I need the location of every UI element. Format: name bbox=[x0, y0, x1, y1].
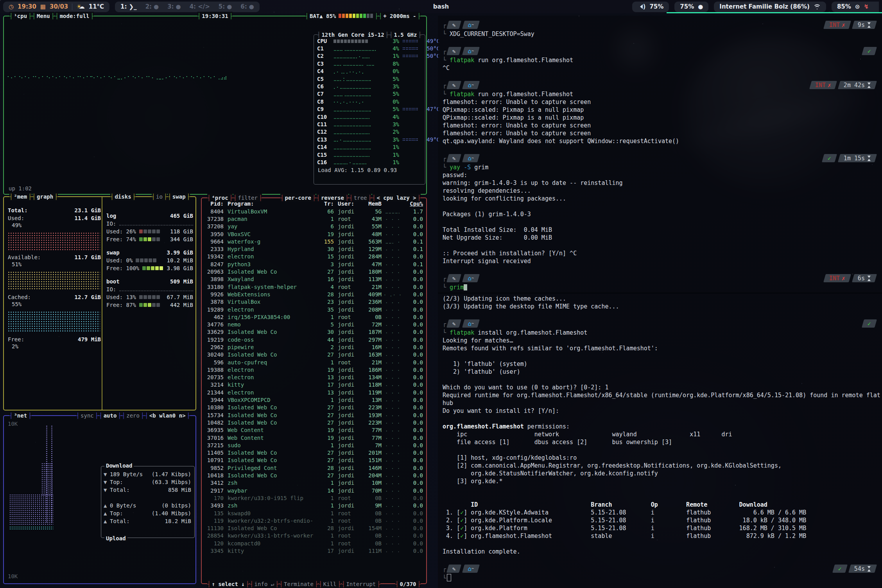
process-row-37215[interactable]: 37215sudo1jordi7M⠄ ⠄ ⠄0.0 bbox=[205, 441, 423, 449]
panel-tab-Interrupt[interactable]: ┤Interrupt├ bbox=[342, 580, 380, 588]
process-row-119[interactable]: 119kworker/u32:2-btrfs-endio-1root0B⠄ ⠄ … bbox=[205, 517, 423, 524]
panel-tab-tree[interactable]: ┤tree├ bbox=[349, 194, 371, 202]
process-row-10791[interactable]: 10791Isolated Web Co27jordi151M⠄ ⠄ ⠄0.0 bbox=[205, 457, 423, 464]
process-row-10482[interactable]: 10482Isolated Web Co27jordi223M⠄ ⠄ ⠄0.0 bbox=[205, 419, 423, 426]
process-row-462[interactable]: 462irq/156-PIXA3854:001root0B⠄ ⠄ ⠄0.0 bbox=[205, 313, 423, 321]
panel-tab--mem[interactable]: ┤²mem├ bbox=[9, 192, 32, 201]
process-row-37238[interactable]: 37238pacman1root43M⠄ ⠄ ⠄0.0 bbox=[205, 215, 423, 222]
process-row-9852[interactable]: 9852Privileged Cont28jordi146M⠄ ⠄ ⠄0.0 bbox=[205, 464, 423, 471]
process-row-33180[interactable]: 33180flatpak-system-helper4root21M⠄ ⠄ ⠄0… bbox=[205, 283, 423, 290]
panel-tab--net[interactable]: ┤³net├ bbox=[9, 411, 32, 419]
process-row-10418[interactable]: 10418Isolated Web Co27jordi204M⠄ ⠄ ⠄0.0 bbox=[205, 471, 423, 479]
kitty-terminal[interactable]: ┌✎⌂~INT✗9s└ XDG_CURRENT_DESKTOP=Sway┌✎⌂~… bbox=[438, 16, 882, 588]
process-row-10380[interactable]: 10380Isolated Web Co27jordi223M⠄ ⠄ ⠄0.0 bbox=[205, 404, 423, 411]
process-row-11405[interactable]: 11405Isolated Web Co27jordi201M⠄ ⠄ ⠄0.0 bbox=[205, 449, 423, 457]
net-scale-bottom: 10K bbox=[8, 573, 18, 579]
process-row-3412[interactable]: 3412zsh1jordi10M⠄ ⠄ ⠄0.0 bbox=[205, 479, 423, 487]
process-row-19219[interactable]: 19219code-oss44jordi297M⠄ ⠄ ⠄0.0 bbox=[205, 336, 423, 343]
process-row-9926[interactable]: 9926WebExtensions28jordi409M⠄ ⡀⠄ ⠄0.0 bbox=[205, 290, 423, 298]
panel-tab-sync[interactable]: ┤sync├ bbox=[76, 411, 99, 419]
load-average: Load AVG: 1.15 0.89 0.93 bbox=[314, 166, 425, 173]
terminal-line: 1) 'flathub' (system) bbox=[443, 360, 882, 368]
panel-tab-zero[interactable]: ┤zero├ bbox=[122, 411, 144, 419]
panel-tab-reverse[interactable]: ┤reverse├ bbox=[316, 194, 348, 202]
panel-tab-auto[interactable]: ┤auto├ bbox=[99, 411, 121, 419]
panel-tab-swap[interactable]: ┤swap├ bbox=[168, 192, 190, 201]
process-row-30240[interactable]: 30240Isolated Web Co27jordi163M⠄ ⠄ ⠄0.0 bbox=[205, 351, 423, 359]
process-row-19289[interactable]: 19289electron35jordi208M⠄ ⠄ ⠄0.0 bbox=[205, 306, 423, 313]
process-row-11130[interactable]: 11130Isolated Web Co28jordi154M⠄ ⠄ ⠄0.0 bbox=[205, 524, 423, 532]
process-row-3878[interactable]: 3878VirtualBox23jordi236M⠄ ⠄ ⠄0.0 bbox=[205, 298, 423, 306]
clock-date-weather-pill[interactable]: ◷ 19:30 ▦ 30/03 ☀☁ 11°C bbox=[3, 2, 109, 12]
process-row-3950[interactable]: 3950VBoxSVC19jordi48M⠄ ⠄ ⠄0.0 bbox=[205, 230, 423, 238]
process-row-37016[interactable]: 37016Web Content19jordi77M⠄ ⠄ ⠄0.0 bbox=[205, 434, 423, 441]
process-row-19342[interactable]: 19342electron15jordi284M⠄ ⠄ ⠄0.0 bbox=[205, 253, 423, 260]
process-row-20735[interactable]: 20735electron13jordi134M⠄ ⠄ ⠄0.0 bbox=[205, 374, 423, 381]
panel-tab-Kill[interactable]: ┤Kill├ bbox=[319, 580, 341, 588]
workspace-5[interactable]: 5:● bbox=[219, 3, 232, 10]
process-row-33629[interactable]: 33629Isolated Web Co30jordi187M⠄ ⠄ ⠄0.0 bbox=[205, 328, 423, 336]
panel-tab-Menu[interactable]: ┤Menu├ bbox=[32, 12, 55, 20]
core-row-C9: C9⣀⣀⣀⣀⣀⣀⣀⣀⣀⣀⣀⣀5%∷∷∷∷∷47°C bbox=[317, 106, 422, 113]
process-row-34776[interactable]: 34776nemo5jordi72M⠄ ⠄ ⠄0.0 bbox=[205, 321, 423, 328]
battery-pill[interactable]: 85% ⊙ ↯ bbox=[832, 2, 879, 12]
disk-usage-row: Free: 87%442 MiB bbox=[106, 301, 193, 309]
terminal-line: Required runtime for org.flameshot.Flame… bbox=[443, 391, 882, 399]
panel-tab-io[interactable]: ┤io├ bbox=[152, 192, 167, 201]
process-row-20963[interactable]: 20963Isolated Web Co27jordi180M⠄ ⠄ ⠄0.0 bbox=[205, 268, 423, 275]
btop-monitor[interactable]: ┤¹cpu├┤Menu├┤mode:full├ ┤19:30:31├ ┤BAT▲… bbox=[3, 16, 427, 585]
process-row-28854[interactable]: 28854kworker/u33:1-btrfs-worker1root0B⠄ … bbox=[205, 532, 423, 540]
process-row-9664[interactable]: 9664waterfox-g155jordi563M⣀⣀⡀ ⠄0.1 bbox=[205, 238, 423, 245]
panel-tab-info-[interactable]: ┤info ↵├ bbox=[250, 580, 278, 588]
process-row-15734[interactable]: 15734Isolated Web Co27jordi193M⠄ ⠄ ⠄0.0 bbox=[205, 411, 423, 419]
process-row-170[interactable]: 170kworker/u33:0-i915_flip1root0B⠄ ⠄ ⠄0.… bbox=[205, 494, 423, 502]
volume-pill[interactable]: ) 75% bbox=[632, 2, 669, 12]
workspace-3[interactable]: 3:● bbox=[167, 3, 181, 10]
edit-pencil-icon: ✎ bbox=[446, 81, 461, 89]
workspace-1[interactable]: 1:❯_ bbox=[120, 3, 137, 10]
workspace-6[interactable]: 6:● bbox=[240, 3, 254, 10]
process-row-2917[interactable]: 2917waybar14jordi70M⠄ ⠄ ⠄0.0 bbox=[205, 487, 423, 494]
panel-tab--b-wlan0-n-[interactable]: ┤<b wlan0 n>├ bbox=[145, 411, 190, 419]
panel-tab--select-[interactable]: ┤↑ select ↓├ bbox=[207, 580, 249, 588]
process-row-8247[interactable]: 8247python33jordi47M⠄ ⠄ ⠄0.1 bbox=[205, 260, 423, 268]
panel-tab-disks[interactable]: ┤disks├ bbox=[110, 192, 136, 201]
mem-row-Total: Total:23.1 GiB bbox=[8, 206, 101, 214]
panel-tab-filter[interactable]: ┤filter├ bbox=[233, 194, 262, 202]
panel-tab-per-core[interactable]: ┤per-core├ bbox=[280, 194, 316, 202]
cpu-frequency: ┤1.5 GHz├ bbox=[389, 30, 421, 39]
process-row-596[interactable]: 596auto-cpufreq1root21M⠄ ⠄ ⠄0.0 bbox=[205, 359, 423, 366]
process-row-37208[interactable]: 37208yay6jordi55M⠄ ⠄ ⠄0.0 bbox=[205, 223, 423, 230]
panel-tab-Terminate[interactable]: ┤Terminate├ bbox=[280, 580, 318, 588]
night-light-pill[interactable]: 75% ● bbox=[674, 2, 708, 12]
panel-tab--2000ms-[interactable]: ┤+ 2000ms -├ bbox=[379, 12, 421, 20]
panel-tab--cpu[interactable]: ┤¹cpu├ bbox=[9, 12, 32, 20]
process-row-3345[interactable]: 3345kitty17jordi111M⠄ ⠄ ⠄0.0 bbox=[205, 547, 423, 554]
interrupt-status-badge: INT✗ bbox=[823, 21, 851, 29]
process-row-3493[interactable]: 3493zsh1jordi9M⠄ ⠄ ⠄0.0 bbox=[205, 502, 423, 509]
process-row-120[interactable]: 120kcompactd01root0B⠄ ⠄ ⠄0.0 bbox=[205, 540, 423, 547]
process-row-3898[interactable]: 3898Xwayland16jordi113M⠄ ⠄ ⠄0.0 bbox=[205, 276, 423, 283]
process-row-2962[interactable]: 2962pipewire2jordi16M⠄ ⠄ ⠄0.0 bbox=[205, 343, 423, 351]
wifi-pill[interactable]: Internet Familie Bolz (86%) bbox=[714, 2, 826, 12]
process-row-36935[interactable]: 36935Web Content19jordi77M⠄ ⠄ ⠄0.0 bbox=[205, 427, 423, 434]
process-row-19388[interactable]: 19388electron19jordi186M⠄ ⠄ ⠄0.0 bbox=[205, 366, 423, 373]
process-list[interactable]: 8404VirtualBoxVM66jordi5G⣀⣀⣀⣀⡀1.737238pa… bbox=[202, 208, 426, 555]
workspace-4[interactable]: 4:</> bbox=[190, 3, 210, 10]
command-duration-badge: 6s bbox=[852, 274, 877, 282]
process-row-8404[interactable]: 8404VirtualBoxVM66jordi5G⣀⣀⣀⣀⡀1.7 bbox=[205, 208, 423, 215]
process-row-3944[interactable]: 3944VBoxXPCOMIPCD1jordi13M⠄ ⠄ ⠄0.0 bbox=[205, 396, 423, 403]
process-row-21344[interactable]: 21344electron13jordi119M⠄ ⠄ ⠄0.0 bbox=[205, 389, 423, 396]
panel-tab-mode-full[interactable]: ┤mode:full├ bbox=[55, 12, 94, 20]
process-row-2333[interactable]: 2333Hyprland30jordi129M⠄ ⠄ ⠄0.1 bbox=[205, 245, 423, 253]
wifi-ssid: Internet Familie Bolz (86%) bbox=[719, 3, 810, 10]
panel-tab--proc[interactable]: ┤⁴proc├ bbox=[207, 194, 233, 202]
workspace-2[interactable]: 2:● bbox=[145, 3, 159, 10]
process-row-3214[interactable]: 3214kitty17jordi118M⠄ ⠄ ⠄0.0 bbox=[205, 381, 423, 389]
cpu-usage-graph: ⠂⠄⠂⠐⠄⠂⠄⠐⠂⠄⠂⠐⠄⠂⠄⠂⠐⠄⠂⠄⠐⠂⠄⠂⠒⠄⠂⠄⠂⠐⠄⠂⣀⡀⠄⠂⠐⠄⠂⠄… bbox=[7, 74, 227, 88]
panel-tab--cpu-lazy-[interactable]: ┤< cpu lazy >├ bbox=[372, 194, 421, 202]
panel-tab-graph[interactable]: ┤graph├ bbox=[32, 192, 58, 201]
command-duration-badge: 9s bbox=[852, 21, 877, 29]
cpu-panel-tabs: ┤¹cpu├┤Menu├┤mode:full├ bbox=[9, 12, 94, 20]
process-row-135[interactable]: 135kswapd01root0B⠄ ⠄ ⠄0.0 bbox=[205, 509, 423, 517]
